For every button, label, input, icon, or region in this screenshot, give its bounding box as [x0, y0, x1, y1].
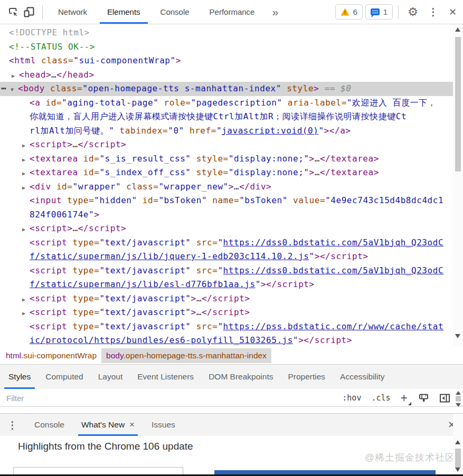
dom-tree-line[interactable]: ic/protocol/https/bundles/es6-polyfill_5…	[0, 334, 453, 347]
inspect-element-icon[interactable]	[5, 4, 21, 20]
tab-dom-breakpoints[interactable]: DOM Breakpoints	[201, 365, 280, 389]
collapsed-arrow-icon[interactable]: ▶	[22, 293, 30, 307]
resource-link[interactable]: ic/protocol/https/bundles/es6-polyfill_5…	[30, 335, 293, 345]
rendering-emulation-icon[interactable]	[418, 393, 429, 404]
dom-tree-line[interactable]: <script type="text/javascript" src="http…	[0, 320, 453, 334]
collapsed-arrow-icon[interactable]: ▶	[22, 167, 30, 181]
scrollbar-thumb[interactable]	[456, 396, 461, 402]
dom-tree-line[interactable]: 824f006174e">	[0, 208, 453, 222]
dom-tree-line[interactable]: <script type="text/javascript" src="http…	[0, 264, 453, 278]
drawer-scrollbar[interactable]	[453, 414, 463, 476]
code-token: style=	[191, 167, 229, 177]
tab-styles[interactable]: Styles	[1, 365, 38, 389]
tab-event-listeners[interactable]: Event Listeners	[130, 365, 201, 389]
resource-link[interactable]: https://pss.bdstatic.com/r/www/cache/sta…	[223, 321, 444, 331]
code-token: >	[94, 210, 99, 220]
scroll-down-icon[interactable]	[455, 334, 460, 338]
dom-tree-line[interactable]: ▶<script type="text/javascript">…</scrip…	[0, 306, 453, 320]
elements-scrollbar[interactable]	[453, 24, 463, 347]
tab-network[interactable]: Network	[48, 0, 97, 24]
node-more-actions-icon[interactable]: ⋯	[1, 82, 11, 96]
message-count: 1	[383, 7, 388, 16]
scroll-down-icon[interactable]	[455, 468, 460, 472]
collapsed-arrow-icon[interactable]: ▶	[12, 69, 19, 83]
breadcrumb-item-html[interactable]: html.sui-componentWrap	[1, 348, 101, 363]
code-token: …	[315, 167, 320, 177]
dom-tree-line[interactable]: <!--STATUS OK-->	[0, 40, 453, 54]
drawer-tab-console[interactable]: Console	[26, 414, 73, 436]
new-style-rule-button[interactable]: +	[401, 392, 408, 404]
settings-gear-icon[interactable]: ⚙	[408, 6, 418, 18]
more-options-icon[interactable]: ⋮	[428, 7, 438, 17]
tab-computed[interactable]: Computed	[38, 365, 91, 389]
code-token: …	[315, 154, 320, 164]
breadcrumb-item-body[interactable]: body.open-homepage-tts.s-manhattan-index	[101, 348, 271, 363]
dom-tree-line[interactable]: ▶<textarea id="s_is_result_css" style="d…	[0, 152, 453, 166]
device-toolbar-icon[interactable]	[21, 4, 37, 20]
resource-link[interactable]: https://dss0.bdstatic.com/5aV1bjqh_Q23od…	[223, 265, 444, 275]
tab-performance[interactable]: Performance	[200, 0, 265, 24]
collapsed-arrow-icon[interactable]: ▶	[22, 139, 30, 153]
dom-tree-line[interactable]: <script type="text/javascript" src="http…	[0, 236, 453, 250]
tab-console[interactable]: Console	[150, 0, 200, 24]
toggle-element-state-button[interactable]: :hov	[342, 393, 361, 403]
resource-link[interactable]: javascript:void(0)	[222, 126, 318, 136]
dom-tree-line[interactable]: rl加Alt加问号键。" tabindex="0" href="javascri…	[0, 124, 453, 138]
drawer-menu-icon[interactable]: ⋮	[7, 420, 17, 430]
code-token: <a	[30, 98, 40, 108]
tab-layout[interactable]: Layout	[91, 365, 130, 389]
toggle-sidebar-icon[interactable]	[439, 393, 451, 404]
dom-tree-line[interactable]: ▶<head>…</head>	[0, 68, 453, 82]
dom-tree-line[interactable]: f/static/superman/js/lib/jquery-1-edb203…	[0, 250, 453, 264]
drawer-tab-whats-new[interactable]: What's New ×	[73, 414, 143, 436]
resource-link[interactable]: f/static/superman/js/lib/esl-d776bfb1aa.…	[30, 279, 256, 289]
code-token: "s_index_off_css"	[99, 167, 191, 177]
collapsed-arrow-icon[interactable]: ▶	[22, 223, 30, 237]
dom-tree-line[interactable]: <!DOCTYPE html>	[0, 26, 453, 40]
styles-scrollbar[interactable]	[455, 391, 462, 407]
styles-filter-input[interactable]: Filter	[6, 394, 342, 403]
scroll-up-icon[interactable]	[455, 27, 460, 32]
code-token: <script	[30, 293, 67, 303]
devtools-toolbar: Network Elements Console Performance » 6…	[0, 0, 463, 24]
close-tab-icon[interactable]: ×	[129, 420, 135, 430]
dom-tree-line[interactable]: ▶<script>…</script>	[0, 222, 453, 236]
element-classes-button[interactable]: .cls	[371, 393, 390, 403]
collapsed-arrow-icon[interactable]: ▶	[22, 181, 30, 195]
scroll-up-icon[interactable]	[456, 391, 461, 395]
dom-tree-line[interactable]: <a id="aging-total-page" role="pagedescr…	[0, 96, 453, 110]
dom-tree-line[interactable]: ⋯▼<body class="open-homepage-tts s-manha…	[0, 82, 453, 96]
scrollbar-thumb[interactable]	[455, 37, 461, 172]
dom-tree-line[interactable]: ▶<script>…</script>	[0, 138, 453, 152]
code-token: <script>	[30, 223, 72, 233]
scroll-up-icon[interactable]	[455, 440, 460, 444]
scroll-down-icon[interactable]	[456, 403, 461, 407]
dom-tree-line[interactable]: <input type="hidden" id="bsToken" name="…	[0, 194, 453, 208]
warnings-badge[interactable]: 6	[335, 4, 362, 20]
resource-link[interactable]: f/static/superman/js/lib/jquery-1-edb203…	[30, 251, 309, 261]
dom-tree-line[interactable]: 你就知道，盲人用户进入读屏幕模式请按快捷键Ctrl加Alt加R；阅读详细操作说明…	[0, 110, 453, 124]
message-icon	[371, 8, 380, 15]
tab-accessibility[interactable]: Accessibility	[333, 365, 392, 389]
dom-tree-line[interactable]: <html class="sui-componentWrap">	[0, 54, 453, 68]
expanded-arrow-icon[interactable]: ▼	[11, 83, 18, 97]
close-devtools-icon[interactable]: ✕	[449, 7, 457, 17]
dom-tree-line[interactable]: ▶<div id="wrapper" class="wrapper_new">……	[0, 180, 453, 194]
resource-link[interactable]: https://dss0.bdstatic.com/5aV1bjqh_Q23od…	[223, 237, 444, 247]
more-tabs-icon[interactable]: »	[272, 6, 278, 18]
dom-tree-line[interactable]: ▶<textarea id="s_index_off_css" style="d…	[0, 166, 453, 180]
code-token: "text/javascript"	[99, 293, 191, 303]
scrollbar-thumb[interactable]	[455, 449, 461, 468]
code-token: "text/javascript"	[99, 237, 191, 247]
tab-elements[interactable]: Elements	[97, 0, 150, 24]
dom-tree: <!DOCTYPE html><!--STATUS OK--><html cla…	[0, 24, 453, 347]
code-token: aria-label=	[282, 98, 347, 108]
collapsed-arrow-icon[interactable]: ▶	[22, 153, 30, 167]
dom-tree-line[interactable]: ▶<script type="text/javascript">…</scrip…	[0, 292, 453, 306]
tab-properties[interactable]: Properties	[280, 365, 333, 389]
dom-tree-line[interactable]: f/static/superman/js/lib/esl-d776bfb1aa.…	[0, 278, 453, 292]
collapsed-arrow-icon[interactable]: ▶	[22, 307, 30, 321]
drawer-tab-issues[interactable]: Issues	[143, 414, 184, 436]
issues-badge[interactable]: 1	[365, 4, 393, 20]
code-token: == $0	[319, 83, 351, 93]
